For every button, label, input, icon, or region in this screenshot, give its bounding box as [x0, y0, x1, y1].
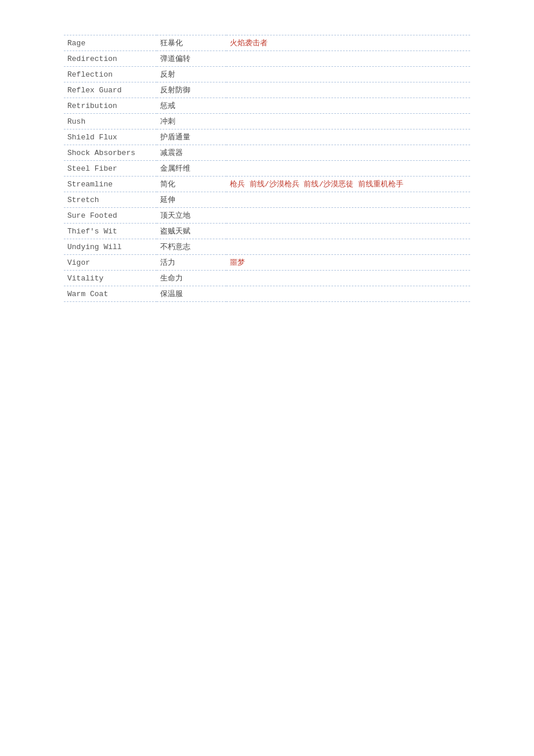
table-row: Reflex Guard反射防御 — [64, 82, 470, 98]
main-container: Rage狂暴化火焰袭击者Redirection弹道偏转Reflection反射R… — [0, 0, 534, 337]
mod-name-zh: 不朽意志 — [157, 239, 226, 255]
mod-name-zh: 减震器 — [157, 145, 226, 161]
mod-name-zh: 反射 — [157, 67, 226, 82]
mod-extra — [226, 271, 470, 286]
table-row: Vitality生命力 — [64, 271, 470, 286]
mod-name-zh: 顶天立地 — [157, 208, 226, 224]
mod-name-en: Retribution — [64, 98, 157, 114]
mod-name-en: Rage — [64, 35, 157, 51]
mod-name-zh: 延伸 — [157, 192, 226, 208]
table-row: Stretch延伸 — [64, 192, 470, 208]
mod-name-en: Stretch — [64, 192, 157, 208]
mod-name-zh: 狂暴化 — [157, 35, 226, 51]
mod-extra — [226, 192, 470, 208]
mod-extra — [226, 98, 470, 114]
mod-name-zh: 弹道偏转 — [157, 51, 226, 67]
table-row: Redirection弹道偏转 — [64, 51, 470, 67]
table-row: Undying Will不朽意志 — [64, 239, 470, 255]
table-row: Rush冲刺 — [64, 114, 470, 129]
table-row: Shock Absorbers减震器 — [64, 145, 470, 161]
mod-extra: 噩梦 — [226, 255, 470, 271]
table-row: Steel Fiber金属纤维 — [64, 161, 470, 177]
mod-extra — [226, 51, 470, 67]
table-row: Vigor活力噩梦 — [64, 255, 470, 271]
mod-name-en: Rush — [64, 114, 157, 129]
mod-extra — [226, 224, 470, 239]
mod-extra — [226, 286, 470, 302]
mod-name-zh: 金属纤维 — [157, 161, 226, 177]
mods-table: Rage狂暴化火焰袭击者Redirection弹道偏转Reflection反射R… — [64, 35, 470, 302]
mod-extra — [226, 161, 470, 177]
mod-name-zh: 保温服 — [157, 286, 226, 302]
table-row: Thief's Wit盗贼天赋 — [64, 224, 470, 239]
mod-name-zh: 简化 — [157, 177, 226, 192]
mod-name-en: Shock Absorbers — [64, 145, 157, 161]
table-row: Sure Footed顶天立地 — [64, 208, 470, 224]
mod-name-en: Streamline — [64, 177, 157, 192]
table-row: Streamline简化枪兵 前线/沙漠枪兵 前线/沙漠恶徒 前线重机枪手 — [64, 177, 470, 192]
mod-extra — [226, 145, 470, 161]
mod-name-en: Vitality — [64, 271, 157, 286]
mod-name-en: Sure Footed — [64, 208, 157, 224]
mod-extra — [226, 129, 470, 145]
mod-name-en: Undying Will — [64, 239, 157, 255]
mod-extra — [226, 239, 470, 255]
mod-name-zh: 反射防御 — [157, 82, 226, 98]
table-row: Retribution惩戒 — [64, 98, 470, 114]
mod-name-en: Vigor — [64, 255, 157, 271]
table-row: Shield Flux护盾通量 — [64, 129, 470, 145]
table-row: Rage狂暴化火焰袭击者 — [64, 35, 470, 51]
mod-extra — [226, 114, 470, 129]
table-row: Reflection反射 — [64, 67, 470, 82]
table-row: Warm Coat保温服 — [64, 286, 470, 302]
mod-name-en: Reflection — [64, 67, 157, 82]
mod-extra — [226, 208, 470, 224]
mod-name-zh: 活力 — [157, 255, 226, 271]
mod-name-zh: 盗贼天赋 — [157, 224, 226, 239]
mod-extra: 枪兵 前线/沙漠枪兵 前线/沙漠恶徒 前线重机枪手 — [226, 177, 470, 192]
mod-name-zh: 护盾通量 — [157, 129, 226, 145]
mod-extra — [226, 82, 470, 98]
mod-name-en: Redirection — [64, 51, 157, 67]
mod-name-zh: 惩戒 — [157, 98, 226, 114]
mod-name-en: Reflex Guard — [64, 82, 157, 98]
mod-name-zh: 生命力 — [157, 271, 226, 286]
mod-extra: 火焰袭击者 — [226, 35, 470, 51]
mod-name-en: Warm Coat — [64, 286, 157, 302]
mod-extra — [226, 67, 470, 82]
mod-name-en: Steel Fiber — [64, 161, 157, 177]
mod-name-zh: 冲刺 — [157, 114, 226, 129]
mod-name-en: Thief's Wit — [64, 224, 157, 239]
mod-name-en: Shield Flux — [64, 129, 157, 145]
